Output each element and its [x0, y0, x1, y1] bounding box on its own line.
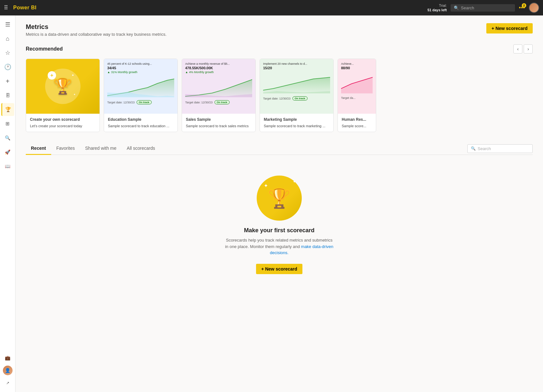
sidebar-item-menu[interactable]: ☰: [1, 18, 14, 31]
carousel-nav: ‹ ›: [513, 44, 533, 53]
sales-growth-arrow-icon: ▲: [185, 71, 188, 74]
page-title: Metrics: [26, 23, 167, 31]
empty-sparkle-3: ✦: [296, 211, 299, 214]
empty-state: 🏆 ✦ ✦ ✦ Make your first scorecard Scorec…: [26, 163, 533, 287]
sparkle-icon-2: ✦: [58, 78, 62, 83]
mkt-metric-title: Implement 20 new channels to d...: [263, 62, 330, 65]
search-input[interactable]: [461, 5, 512, 10]
empty-title: Make your first scorecard: [244, 227, 314, 234]
new-scorecard-button-top[interactable]: + New scorecard: [486, 23, 533, 33]
empty-sparkle-1: ✦: [293, 179, 296, 184]
svg-marker-4: [263, 77, 330, 93]
edu-card-title: Education Sample: [108, 117, 174, 122]
sales-metric-value: 478.55K/500.00K: [185, 66, 252, 70]
edu-metric-title: 45 percent of K-12 schools using...: [107, 62, 174, 65]
sales-metric-title: Achieve a monthly revenue of $5...: [185, 62, 252, 65]
sidebar-item-create[interactable]: +: [1, 75, 14, 88]
sidebar-item-browse[interactable]: 📖: [1, 160, 14, 173]
education-sample-card[interactable]: 45 percent of K-12 schools using... 34/4…: [104, 59, 178, 132]
sidebar-item-favorites[interactable]: ☆: [1, 46, 14, 59]
growth-arrow-icon: ▲: [107, 71, 110, 74]
new-scorecard-button-empty[interactable]: + New scorecard: [256, 264, 302, 274]
create-scorecard-card[interactable]: + 🏆 ✦ ✦ ✦ Create your own scorecard Let'…: [26, 59, 100, 132]
edu-status-badge: On track: [137, 100, 151, 104]
tabs-bar: Recent Favorites Shared with me All scor…: [26, 142, 533, 155]
tabs-search-input[interactable]: [478, 146, 529, 151]
mkt-chart: [263, 72, 330, 95]
sales-status-badge: On track: [214, 100, 229, 104]
hr-card-text: Sample score...: [342, 124, 372, 129]
hr-target-row: Target da...: [341, 96, 373, 100]
trial-info: Trial: 51 days left: [427, 3, 447, 13]
sidebar-item-profile[interactable]: 👤: [3, 366, 13, 375]
grid-icon[interactable]: ⠿: [4, 4, 8, 11]
notif-badge: 2: [522, 3, 526, 8]
sparkle-icon-3: ✦: [73, 93, 76, 96]
edu-chart: [107, 76, 174, 99]
tab-favorites[interactable]: Favorites: [51, 142, 80, 155]
edu-card-footer: Education Sample Sample scorecard to tra…: [104, 114, 177, 132]
hr-chart: [341, 72, 373, 95]
tabs-search-icon: 🔍: [471, 146, 476, 151]
hr-card-footer: Human Res... Sample score...: [338, 114, 376, 132]
mkt-metric-value: 15/20: [263, 66, 330, 70]
tab-recent[interactable]: Recent: [26, 142, 51, 155]
sales-card-title: Sales Sample: [186, 117, 252, 122]
sales-card-text: Sample scorecard to track sales metrics: [186, 124, 252, 129]
create-card-footer: Create your own scorecard Let's create y…: [26, 114, 100, 132]
tab-shared[interactable]: Shared with me: [80, 142, 121, 155]
topbar: ⠿ Power BI Trial: 51 days left 🔍 ••• 2: [0, 0, 543, 15]
tabs-list: Recent Favorites Shared with me All scor…: [26, 142, 467, 155]
hr-metric-value: 88/90: [341, 66, 373, 70]
marketing-sample-card[interactable]: Implement 20 new channels to d... 15/20: [260, 59, 334, 132]
humanres-sample-card[interactable]: Achieve... 88/90 Target da... Human R: [338, 59, 376, 132]
search-bar[interactable]: 🔍: [451, 4, 515, 12]
sidebar-item-apps[interactable]: ⊞: [1, 117, 14, 130]
page-header: Metrics Metrics is a data-driven and col…: [26, 23, 533, 37]
prev-button[interactable]: ‹: [513, 44, 522, 53]
empty-sparkle-2: ✦: [264, 183, 268, 189]
sidebar-item-workspaces[interactable]: 💼: [1, 351, 14, 364]
empty-trophy-icon: 🏆: [267, 187, 291, 210]
sidebar-item-recent[interactable]: 🕐: [1, 61, 14, 73]
trophy-icon-create: 🏆: [53, 77, 72, 95]
sales-chart: [185, 76, 252, 99]
recommended-title: Recommended: [26, 46, 63, 52]
hr-metric-title: Achieve...: [341, 62, 373, 65]
sidebar: ☰ ⌂ ☆ 🕐 + 🗄 🏆 ⊞ 🔍 🚀 📖 💼 👤 ↗: [0, 15, 15, 392]
sidebar-item-expand[interactable]: ↗: [1, 377, 14, 389]
scorecard-cards-row: + 🏆 ✦ ✦ ✦ Create your own scorecard Let'…: [26, 59, 533, 132]
app-logo: Power BI: [13, 5, 36, 11]
plus-badge: +: [48, 71, 56, 80]
sales-target-row: Target date: 12/30/23 On track: [185, 100, 252, 104]
tab-all[interactable]: All scorecards: [122, 142, 160, 155]
user-avatar[interactable]: [529, 3, 539, 13]
search-icon: 🔍: [454, 5, 459, 10]
main-content: Metrics Metrics is a data-driven and col…: [15, 15, 543, 392]
svg-marker-6: [341, 77, 373, 93]
notification-button[interactable]: ••• 2: [519, 5, 525, 11]
next-button[interactable]: ›: [524, 44, 533, 53]
edu-target-row: Target date: 12/30/23 On track: [107, 100, 174, 104]
sidebar-item-learn[interactable]: 🔍: [1, 131, 14, 144]
sidebar-item-home[interactable]: ⌂: [1, 32, 14, 45]
sidebar-item-datahub[interactable]: 🗄: [1, 89, 14, 102]
edu-metric-value: 34/45: [107, 66, 174, 70]
recommended-header: Recommended ‹ ›: [26, 44, 533, 53]
empty-trophy-circle: 🏆 ✦ ✦ ✦: [257, 176, 302, 221]
mkt-card-footer: Marketing Sample Sample scorecard to tra…: [260, 114, 333, 132]
sales-sample-card[interactable]: Achieve a monthly revenue of $5... 478.5…: [182, 59, 256, 132]
mkt-target-row: Target date: 12/30/23 On track: [263, 96, 330, 100]
create-card-text: Let's create your scorecard today: [30, 124, 96, 129]
tabs-search-bar[interactable]: 🔍: [467, 144, 533, 153]
sidebar-item-scorecard[interactable]: 🚀: [1, 146, 14, 158]
create-card-title: Create your own scorecard: [30, 117, 96, 122]
empty-subtitle: Scorecards help you track related metric…: [224, 237, 334, 256]
mkt-status-badge: On track: [292, 96, 307, 100]
edu-card-text: Sample scorecard to track education ...: [108, 124, 174, 129]
mkt-card-title: Marketing Sample: [264, 117, 329, 122]
sidebar-item-metrics[interactable]: 🏆: [1, 103, 14, 116]
page-subtitle: Metrics is a data-driven and collaborati…: [26, 32, 167, 37]
hr-card-title: Human Res...: [342, 117, 372, 122]
sales-metric-growth: ▲ 4% Monthly growth: [185, 71, 252, 74]
